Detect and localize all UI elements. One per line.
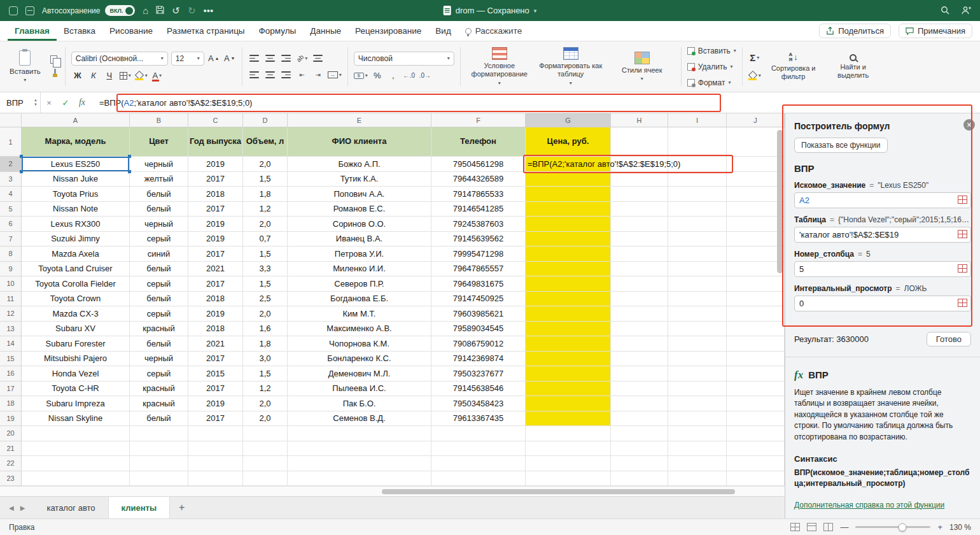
cell-H20[interactable] [611,426,668,441]
cell-E8[interactable]: Петрова У.И. [288,246,431,262]
align-middle-button[interactable] [264,52,277,65]
cell-G7[interactable] [526,232,611,247]
cell-H8[interactable] [611,246,668,262]
cell-C6[interactable]: 2019 [188,217,243,232]
cell-I14[interactable] [668,336,727,352]
cell-I18[interactable] [668,396,727,411]
number-format-select[interactable]: Числовой ▾ [354,52,454,66]
tab-page-layout[interactable]: Разметка страницы [160,21,251,41]
cell-H10[interactable] [611,276,668,292]
cell-G20[interactable] [526,426,611,441]
row-header-14[interactable]: 14 [0,336,22,352]
cell-D2[interactable]: 2,0 [243,157,288,172]
cell-G10[interactable] [526,276,611,292]
cell-A21[interactable] [22,441,130,457]
cell-J14[interactable] [727,336,785,352]
cell-C7[interactable]: 2019 [188,232,243,247]
save-icon[interactable] [156,6,164,15]
row-header-18[interactable]: 18 [0,396,22,411]
zoom-slider-thumb[interactable] [898,523,906,531]
cell-D20[interactable] [243,426,288,441]
column-header-H[interactable]: H [611,113,668,127]
page-layout-view-icon[interactable] [807,523,816,531]
cell-F5[interactable]: 79146541285 [431,202,526,217]
selection-handle[interactable] [128,155,131,158]
cell-B15[interactable]: черный [130,352,188,367]
cell-F6[interactable]: 79245387603 [431,217,526,232]
cell-E20[interactable] [288,426,431,441]
autosum-button[interactable]: Σ▾ [748,52,761,64]
cell-I1[interactable] [668,127,727,157]
cell-H9[interactable] [611,262,668,277]
tab-review[interactable]: Рецензирование [348,21,428,41]
cell-G13[interactable] [526,322,611,337]
align-center-button[interactable] [264,69,277,82]
conditional-formatting-button[interactable]: Условное форматирование ▾ [466,47,533,85]
cell-G22[interactable] [526,456,611,471]
column-header-F[interactable]: F [431,113,526,127]
cell-F7[interactable]: 79145639562 [431,232,526,247]
tab-draw[interactable]: Рисование [102,21,160,41]
cell-I3[interactable] [668,172,727,187]
italic-button[interactable]: К [87,69,100,82]
cell-D21[interactable] [243,441,288,457]
cell-A23[interactable] [22,471,130,487]
font-size-select[interactable]: 12 ▾ [171,52,204,66]
argument-input-lookup-value[interactable] [794,192,971,208]
cell-F10[interactable]: 79649831675 [431,276,526,292]
tab-home[interactable]: Главная [8,21,57,41]
cell-D3[interactable]: 1,5 [243,172,288,187]
cell-B10[interactable]: серый [130,276,188,292]
cell-H12[interactable] [611,306,668,322]
cell-A13[interactable]: Subaru XV [22,322,130,337]
zoom-out-icon[interactable]: — [840,522,848,532]
cell-J11[interactable] [727,292,785,307]
cell-B21[interactable] [130,441,188,457]
row-header-19[interactable]: 19 [0,411,22,427]
argument-input-range-lookup[interactable] [794,296,971,311]
cell-H3[interactable] [611,172,668,187]
decrease-indent-button[interactable]: ⇤ [296,69,309,82]
cell-C2[interactable]: 2019 [188,157,243,172]
cancel-formula-button[interactable]: × [41,92,57,113]
cell-C21[interactable] [188,441,243,457]
cell-A3[interactable]: Nissan Juke [22,172,130,187]
row-header-4[interactable]: 4 [0,187,22,202]
cell-J22[interactable] [727,456,785,471]
cell-B11[interactable]: белый [130,292,188,307]
cell-H21[interactable] [611,441,668,457]
align-top-button[interactable] [248,52,261,65]
cell-F13[interactable]: 79589034545 [431,322,526,337]
undo-icon[interactable]: ↺ [172,6,180,15]
comma-format-button[interactable]: , [387,69,400,82]
increase-decimal-button[interactable]: ←.0 [403,69,416,82]
cell-H5[interactable] [611,202,668,217]
range-picker-icon[interactable] [958,196,967,204]
search-icon[interactable] [941,6,949,16]
cell-I13[interactable] [668,322,727,337]
cell-C12[interactable]: 2019 [188,306,243,322]
cell-A20[interactable] [22,426,130,441]
cell-G18[interactable] [526,396,611,411]
row-header-13[interactable]: 13 [0,322,22,337]
cell-C14[interactable]: 2021 [188,336,243,352]
cell-A1[interactable]: Марка, модель [22,127,130,157]
cell-E13[interactable]: Максименко А.В. [288,322,431,337]
cell-A9[interactable]: Toyota Land Cruiser [22,262,130,277]
sort-filter-button[interactable]: АЯ↓ Сортировка и фильтр [766,52,821,80]
cell-H4[interactable] [611,187,668,202]
decrease-decimal-button[interactable]: .0→ [419,69,431,82]
range-picker-icon[interactable] [958,299,967,307]
column-header-G[interactable]: G [526,113,611,127]
cell-F12[interactable]: 79603985621 [431,306,526,322]
cell-F2[interactable]: 79504561298 [431,157,526,172]
cell-J12[interactable] [727,306,785,322]
cell-A15[interactable]: Mitsubishi Pajero [22,352,130,367]
argument-input-col-index[interactable] [794,261,971,277]
cell-H7[interactable] [611,232,668,247]
cell-E17[interactable]: Пылеева И.С. [288,382,431,397]
row-header-21[interactable]: 21 [0,441,22,457]
confirm-formula-button[interactable]: ✓ [57,92,74,113]
tab-insert[interactable]: Вставка [57,21,102,41]
cell-H14[interactable] [611,336,668,352]
